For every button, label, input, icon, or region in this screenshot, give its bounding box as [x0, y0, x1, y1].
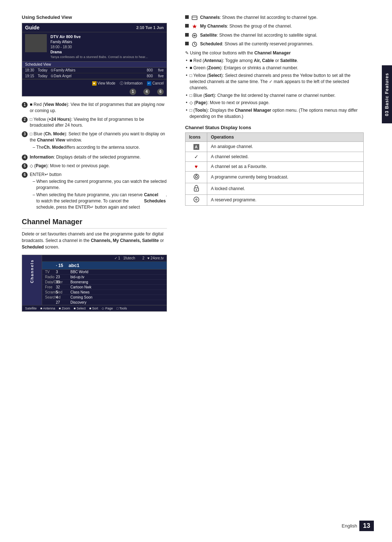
footer-page: ◇ Page — [102, 307, 113, 310]
cm-icon-sidebar: Channels — [22, 255, 42, 305]
guide-description: Tanya confesses all to a stunned Babs. C… — [50, 55, 148, 59]
colour-button-list: ■ Red (Antenna): Toggle among Air, Cable… — [186, 58, 364, 120]
yellow-btn-icon: ■ — [92, 81, 97, 86]
guide-channel: DTV Air 800 five — [50, 34, 148, 40]
channel-manager-title: Channel Manager — [22, 218, 167, 229]
cm-screen: Channels ✓ 1 1futech 2 ♥ 24ore.tv · 15 — [22, 255, 167, 312]
header-icons: Icons — [185, 132, 207, 141]
guide-genre: Drama — [50, 50, 148, 55]
item-text: Satellite: Shows the channel list accord… — [192, 32, 317, 38]
list-item: ■ Green (Zoom): Enlarges or shrinks a ch… — [186, 65, 364, 71]
operation-cell: A programme currently being broadcast. — [207, 171, 364, 183]
item-text: □ Blue (Ch. Mode): Select the type of ch… — [30, 131, 165, 143]
operation-cell: An analogue channel. — [207, 141, 364, 152]
analogue-icon: A — [193, 144, 199, 150]
cm-sidebar-label: Channels — [30, 256, 34, 286]
guide-box: Guide 2:10 Tue 1 Jun DTV Air 800 five Fa… — [22, 23, 167, 97]
row-label: Scrambled — [45, 290, 56, 294]
row-program: ①Dark Angel — [50, 74, 142, 78]
item-number: 3 — [22, 131, 28, 137]
footer-btn-viewmode: ■ View Mode — [92, 81, 115, 86]
item-text: ■ Red (View Mode): View the list of prog… — [30, 102, 164, 113]
item-text: Information: Displays details of the sel… — [30, 155, 140, 160]
row-value: Discovery — [70, 300, 164, 304]
guide-time: 18:00 - 18:30 — [50, 45, 148, 50]
check-icon: ✓ — [194, 154, 199, 160]
guide-header: Guide 2:10 Tue 1 Jun — [22, 23, 167, 32]
list-item: Scheduled: Shows all the currently reser… — [185, 41, 364, 47]
scheduled-rows: 18:30 Today ①Family Affairs 800 five 19:… — [22, 67, 167, 79]
cm-top-item2: 2 ♥ 24ore.tv — [142, 256, 164, 260]
status-table: Icons Operations A An analogue channel. … — [185, 132, 364, 206]
numbered-list: 1 ■ Red (View Mode): View the list of pr… — [22, 102, 167, 211]
item-text: □ (Tools): Displays the Channel Manager … — [189, 107, 364, 120]
guide-footer: ■ View Mode ⓘ Information ↩ Cancel — [22, 79, 167, 87]
footer-antenna: ■ Antenna — [40, 307, 55, 310]
row-num: 32 — [56, 285, 70, 289]
item-text: □ Yellow (Select): Select desired channe… — [189, 73, 364, 91]
table-row: Scrambled 5 Class News — [42, 290, 167, 295]
footer-tools: □ Tools — [117, 307, 127, 310]
row-time: 19:15 — [25, 74, 38, 78]
row-value: Class News — [70, 290, 164, 294]
sub-list: When selecting the current programme, yo… — [33, 178, 167, 210]
row-num: 33 — [56, 280, 70, 284]
guide-header-time: 2:10 Tue 1 Jun — [136, 25, 164, 30]
cm-selected-row: · 15 abc1 — [42, 262, 167, 270]
icon-cell: ♥ — [185, 161, 207, 171]
row-label: Free — [45, 285, 56, 289]
sub-list-item: When selecting the current programme, yo… — [33, 178, 167, 191]
table-row: 27 Discovery — [42, 300, 167, 305]
row-value: BBC World — [70, 270, 164, 274]
channel-manager-desc: Delete or set favourites channels and us… — [22, 231, 167, 250]
icon-cell: ✓ — [185, 152, 207, 161]
cm-footer: Satellite ■ Antenna ■ Zoom ■ Select ■ So… — [22, 305, 167, 311]
cm-body: Channels ✓ 1 1futech 2 ♥ 24ore.tv · 15 — [22, 255, 167, 305]
side-tab: 03 Basic Features — [382, 65, 392, 123]
row-value: Coming Soon — [70, 295, 164, 299]
footer-zoom: ■ Zoom — [59, 307, 70, 310]
footer-select: ■ Select — [74, 307, 86, 310]
scheduled-icon — [192, 41, 197, 47]
item-text: Scheduled: Shows all the currently reser… — [192, 41, 313, 47]
row-label: Radio — [45, 275, 56, 279]
footer-cancel-label: Cancel — [152, 81, 164, 85]
item-number: 6 — [22, 172, 28, 178]
item-text: □ Blue (Sort): Change the list ordered b… — [189, 93, 335, 99]
list-item: 2 □ Yellow (+24 Hours): Viewing the list… — [22, 116, 167, 129]
item-text: ■ Green (Zoom): Enlarges or shrinks a ch… — [189, 65, 298, 71]
channel-type-list: Channels: Shows the channel list accordi… — [185, 15, 364, 48]
cancel-btn-icon: ↩ — [147, 81, 151, 86]
row-num: 800 — [142, 74, 153, 78]
icon-cell — [185, 171, 207, 183]
item-content: Information: Displays details of the sel… — [30, 154, 167, 160]
list-item: □ (Tools): Displays the Channel Manager … — [186, 107, 364, 120]
status-section-title: Channel Status Display Icons — [185, 125, 364, 130]
table-row: ♥ A channel set as a Favourite. — [185, 161, 364, 171]
item-text: Channels: Shows the channel list accordi… — [192, 15, 318, 21]
table-row: A programme currently being broadcast. — [185, 171, 364, 183]
page-number: 13 — [359, 521, 374, 531]
page-footer: English 13 — [342, 521, 374, 531]
cm-main-area: ✓ 1 1futech 2 ♥ 24ore.tv · 15 abc1 TV — [42, 255, 167, 305]
footer-btn-info: ⓘ Information — [120, 81, 143, 86]
row-value: Boonerang — [70, 280, 164, 284]
scheduled-label: Scheduled View — [22, 61, 167, 67]
svg-point-14 — [196, 199, 197, 200]
row-value: Cartoon Nwk — [70, 285, 164, 289]
operation-cell: A channel selected. — [207, 152, 364, 161]
channels-icon — [192, 15, 197, 21]
svg-point-8 — [195, 176, 197, 178]
list-item: 4 Information: Displays details of the s… — [22, 154, 167, 160]
list-item: Satellite: Shows the channel list accord… — [185, 32, 364, 38]
right-column: Channels: Shows the channel list accordi… — [178, 15, 364, 312]
svg-point-3 — [194, 35, 195, 36]
table-row: Radio 23 bid-up.tv — [42, 275, 167, 280]
colour-buttons-intro: ✎ Using the colour buttons with the Chan… — [185, 50, 364, 56]
row-day: Today — [38, 68, 50, 72]
table-row: Free 32 Cartoon Nwk — [42, 285, 167, 290]
footer-satellite: Satellite — [25, 307, 37, 310]
heart-icon: ♥ — [195, 164, 197, 169]
guide-info-row: DTV Air 800 five Family Affairs 18:00 - … — [22, 32, 167, 61]
lock-icon — [193, 185, 199, 192]
